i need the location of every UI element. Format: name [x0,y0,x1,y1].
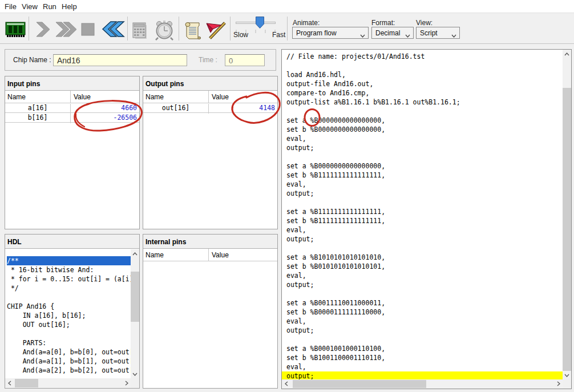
script-line: output; [282,326,563,335]
script-line: set b %B1111111111111111, [282,216,563,225]
toolbar-separator [29,17,29,41]
hdl-vscrollbar[interactable] [131,249,139,378]
chip-icon [5,20,26,38]
slider-thumb[interactable] [256,17,264,31]
scrollbar-corner [131,378,139,388]
view-label: View: [416,19,432,27]
calculator-button[interactable] [132,22,149,43]
scroll-down-icon[interactable] [131,370,139,378]
chevron-down-icon [451,31,456,39]
scroll-up-icon[interactable] [131,249,139,258]
script-line: set b %B1111111111111111, [282,171,563,180]
scroll-down-icon[interactable] [563,371,571,379]
scroll-right-icon[interactable] [554,379,563,388]
column-name: Name [7,93,26,101]
hdl-panel: HDL /** * 16-bit bitwise And: * for i = … [5,234,140,389]
script-hscroll-thumb[interactable] [293,380,426,388]
script-line: output; [282,189,563,198]
script-line [282,107,563,116]
chip-name-value: And16 [57,56,80,65]
chevron-down-icon [360,31,365,39]
scroll-right-icon[interactable] [122,379,131,387]
script-panel: // File name: projects/01/And16.tstload … [281,49,572,389]
chip-name-label: Chip Name : [13,56,51,64]
view-value: Script [420,29,438,37]
script-line: load And16.hdl, [282,70,563,79]
menu-help[interactable]: Help [62,2,77,11]
menu-file[interactable]: File [5,2,17,11]
hdl-hscroll-thumb[interactable] [15,379,38,387]
internal-pins-panel: Internal pins Name Value [143,234,278,389]
load-chip-button[interactable] [5,20,26,41]
script-line [282,289,563,298]
pin-value[interactable]: 4660 [70,104,139,114]
reset-button[interactable] [102,21,126,40]
column-value: Value [74,93,91,101]
calculator-icon [132,22,149,41]
scrollbar-corner [563,379,571,389]
script-line: eval, [282,271,563,280]
script-line [282,198,563,207]
hdl-vscroll-thumb[interactable] [131,272,139,322]
script-line: set a %B0000000000000000, [282,116,563,125]
script-vscrollbar[interactable] [563,50,571,379]
hdl-line: PARTS: [7,338,131,347]
script-line: set a %B0000000000000000, [282,161,563,171]
view-select[interactable]: Script [416,27,460,39]
script-line: set b %B1001100001110110, [282,353,563,362]
script-line [282,244,563,253]
pin-name: a[16] [5,104,70,112]
scroll-up-icon[interactable] [563,50,571,58]
breakpoints-button[interactable] [205,19,227,43]
single-step-button[interactable] [35,22,51,39]
hdl-line: CHIP And16 { [7,302,131,311]
clock-button[interactable] [154,20,175,43]
stop-button[interactable] [81,23,95,38]
script-scroll-icon [184,21,201,41]
run-button[interactable] [54,22,78,39]
output-pins-header: Name Value [143,91,277,103]
chip-name-field[interactable]: And16 [53,54,187,66]
hdl-line: * 16-bit bitwise And: [7,265,131,274]
script-view[interactable]: // File name: projects/01/And16.tstload … [282,50,563,379]
hdl-hscrollbar[interactable] [5,378,131,388]
format-select[interactable]: Decimal [371,27,414,39]
script-line [282,335,563,344]
chip-name-bar: Chip Name : And16 Time : 0 [5,49,276,71]
hdl-line: And(a=a[0], b=b[0], out=out[0]); [7,347,131,357]
scroll-left-icon[interactable] [282,379,290,388]
script-line: output; [282,235,563,244]
output-pins-panel: Output pins Name Value out[16] 4148 [143,76,278,229]
animate-value: Program flow [296,29,337,37]
time-label: Time : [199,56,217,64]
view-script-button[interactable] [184,21,201,43]
toolbar-separator [127,17,128,41]
pin-value[interactable]: 4148 [208,104,277,114]
pin-value[interactable]: -26506 [70,114,139,123]
script-line: output-list a%B1.16.1 b%B1.16.1 out%B1.1… [282,98,563,107]
column-divider [70,91,71,103]
script-vscroll-thumb[interactable] [563,88,571,371]
flag-icon [205,19,227,41]
fast-forward-icon [54,22,78,37]
menu-run[interactable]: Run [43,2,56,11]
hdl-code[interactable]: /** * 16-bit bitwise And: * for i = 0..1… [5,249,131,378]
script-line: set b %B0000111111110000, [282,308,563,317]
animate-select[interactable]: Program flow [292,27,369,39]
slider-fast-label: Fast [272,31,285,39]
pin-name: out[16] [143,104,208,112]
hdl-line: OUT out[16]; [7,320,131,329]
output-pin-row: out[16] 4148 [143,103,277,113]
hdl-line: And(a=a[2], b=b[2], out=out[2]); [7,366,131,375]
slider-slow-label: Slow [233,31,248,39]
toolbar-separator [287,17,288,41]
animate-label: Animate: [293,19,320,27]
time-field: 0 [225,54,265,66]
format-value: Decimal [375,29,400,37]
menu-view[interactable]: View [22,2,38,11]
script-line: set b %B0000000000000000, [282,125,563,134]
script-hscrollbar[interactable] [282,379,563,389]
scroll-left-icon[interactable] [5,379,14,387]
output-pins-title: Output pins [143,76,277,91]
script-line: set a %B1010101010101010, [282,253,563,262]
